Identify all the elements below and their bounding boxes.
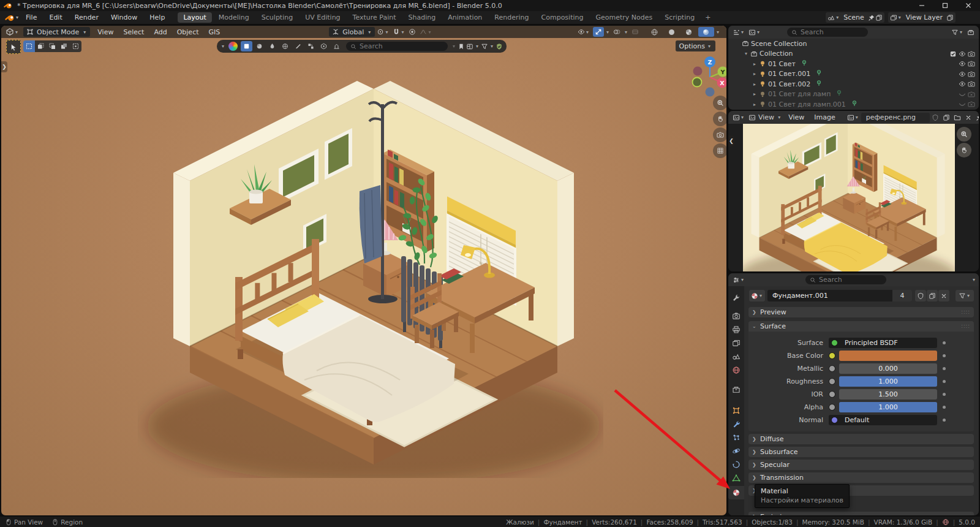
image-browse-button[interactable]: ▾ bbox=[845, 113, 861, 123]
properties-tab-particles[interactable] bbox=[728, 431, 744, 444]
keyframe-dot[interactable] bbox=[943, 367, 946, 370]
pan-hand-button[interactable] bbox=[713, 112, 726, 126]
pivot-dropdown[interactable]: ▾ bbox=[375, 27, 391, 37]
properties-tab-material[interactable] bbox=[728, 486, 744, 499]
select-intersect-button[interactable] bbox=[70, 40, 81, 52]
image-menu-view[interactable]: View bbox=[783, 113, 809, 121]
camera-icon[interactable] bbox=[968, 80, 975, 88]
eye-icon[interactable] bbox=[959, 50, 966, 58]
options-button[interactable]: Options ▾ bbox=[676, 40, 715, 51]
surface-panel-header[interactable]: ⌄Surface:::: bbox=[748, 321, 974, 332]
minimize-button[interactable] bbox=[910, 0, 933, 11]
material-fake-user-button[interactable] bbox=[915, 290, 926, 301]
keyframe-dot[interactable] bbox=[943, 406, 946, 409]
toolbar-expand-arrow[interactable]: ❯ bbox=[1, 61, 7, 72]
viewport-menu-select[interactable]: Select bbox=[118, 28, 149, 36]
chevron-right-icon[interactable]: ▸ bbox=[750, 82, 759, 87]
material-new-button[interactable] bbox=[927, 290, 938, 301]
outliner-row[interactable]: ▾Collection bbox=[728, 49, 979, 59]
blenderkit-category-scenes[interactable] bbox=[266, 41, 278, 51]
image-open-button[interactable] bbox=[952, 113, 963, 123]
ior-slider[interactable]: 1.500 bbox=[839, 389, 937, 400]
properties-tab-physics[interactable] bbox=[728, 444, 744, 458]
blenderkit-collapse-chevron[interactable]: ▾ bbox=[221, 44, 225, 49]
preview-panel-header[interactable]: ❯Preview:::: bbox=[748, 307, 974, 317]
viewport-menu-view[interactable]: View bbox=[92, 28, 118, 36]
select-extend-button[interactable] bbox=[35, 40, 47, 52]
verified-icon[interactable] bbox=[496, 43, 503, 50]
properties-tab-collection[interactable] bbox=[728, 383, 744, 396]
scene-selector[interactable]: ▾ Scene bbox=[826, 12, 884, 23]
outliner-row[interactable]: Scene Collection bbox=[728, 39, 979, 49]
filter-icon[interactable] bbox=[481, 43, 488, 50]
keyframe-dot[interactable] bbox=[943, 354, 946, 357]
keyframe-dot[interactable] bbox=[943, 419, 946, 422]
material-users-count[interactable]: 4 bbox=[892, 290, 912, 301]
shading-material-preview-button[interactable] bbox=[681, 27, 697, 37]
properties-tab-scene[interactable] bbox=[728, 350, 744, 363]
menu-window[interactable]: Window bbox=[105, 13, 143, 21]
camera-off-icon[interactable] bbox=[968, 100, 975, 108]
properties-editor[interactable]: ▾ Search ▾ ▾ Фундамент.001 4 ▾ ❯Preview:… bbox=[728, 273, 979, 515]
viewport-menu-object[interactable]: Object bbox=[172, 28, 204, 36]
keyframe-dot[interactable] bbox=[943, 341, 946, 344]
snap-toggle[interactable]: ▾ bbox=[391, 27, 407, 37]
image-name-field[interactable]: референс.png bbox=[861, 113, 930, 123]
asset-layout-icon[interactable] bbox=[466, 43, 473, 50]
properties-tab-modifiers[interactable] bbox=[728, 417, 744, 431]
properties-tab-constraints[interactable] bbox=[728, 458, 744, 471]
transmission-panel-header[interactable]: ❯Transmission bbox=[748, 472, 974, 483]
workspace-tab-animation[interactable]: Animation bbox=[442, 12, 488, 23]
outliner-row[interactable]: ▸01 Свет для ламп.001 bbox=[728, 99, 979, 110]
material-specials-button[interactable]: ▾ bbox=[956, 290, 974, 301]
image-menu-image[interactable]: Image bbox=[809, 113, 840, 121]
properties-tab-object[interactable] bbox=[728, 404, 744, 417]
subsurface-panel-header[interactable]: ❯Subsurface bbox=[748, 447, 974, 457]
shading-rendered-button[interactable] bbox=[698, 27, 714, 37]
camera-icon[interactable] bbox=[968, 70, 975, 78]
chevron-down-icon[interactable]: ▾ bbox=[742, 51, 750, 56]
image-sidebar-arrow[interactable]: ❮ bbox=[728, 135, 734, 146]
properties-search-input[interactable]: Search bbox=[805, 275, 886, 284]
image-unlink-button[interactable] bbox=[963, 113, 974, 123]
viewport-menu-add[interactable]: Add bbox=[149, 28, 172, 36]
image-new-button[interactable] bbox=[941, 113, 952, 123]
material-name-field[interactable]: Фундамент.001 bbox=[767, 290, 892, 301]
shading-wireframe-button[interactable] bbox=[647, 27, 663, 37]
blender-menu-icon[interactable] bbox=[5, 13, 15, 23]
chevron-right-icon[interactable]: ▸ bbox=[750, 71, 759, 77]
menu-file[interactable]: File bbox=[20, 13, 43, 21]
outliner-row[interactable]: ▸01 Свет.001 bbox=[728, 69, 979, 80]
outliner-search-input[interactable]: Search bbox=[787, 28, 868, 37]
bookmark-icon[interactable] bbox=[458, 43, 465, 50]
outliner-display-mode[interactable]: ▾ bbox=[731, 28, 747, 37]
properties-tab-view-layer[interactable] bbox=[728, 336, 744, 350]
camera-off-icon[interactable] bbox=[968, 91, 975, 98]
mode-dropdown[interactable]: Object Mode ▾ bbox=[23, 27, 90, 37]
image-pan-button[interactable] bbox=[957, 143, 971, 157]
material-unlink-button[interactable] bbox=[938, 290, 949, 301]
falloff-dropdown[interactable]: ▾ bbox=[418, 27, 434, 37]
pin-icon[interactable] bbox=[868, 14, 875, 21]
camera-view-button[interactable] bbox=[713, 127, 726, 142]
properties-options-chevron[interactable]: ▾ bbox=[971, 277, 976, 282]
outliner-row[interactable]: ▸01 Свет bbox=[728, 59, 979, 69]
navigation-gizmo[interactable]: Z Y X bbox=[688, 55, 726, 99]
menu-edit[interactable]: Edit bbox=[43, 13, 68, 21]
blenderkit-category-nodegroups[interactable] bbox=[305, 41, 317, 51]
checkbox-icon[interactable] bbox=[949, 50, 957, 58]
workspace-tab-modeling[interactable]: Modeling bbox=[213, 12, 255, 23]
select-subtract-button[interactable] bbox=[47, 40, 58, 52]
view-layer-selector[interactable]: ▾ View Layer bbox=[888, 12, 956, 23]
blenderkit-category-addons[interactable] bbox=[318, 41, 330, 51]
workspace-tab-layout[interactable]: Layout bbox=[178, 12, 211, 23]
visibility-dropdown[interactable]: ▾ bbox=[576, 27, 592, 37]
camera-icon[interactable] bbox=[968, 60, 975, 67]
ortho-grid-button[interactable] bbox=[713, 143, 726, 158]
metallic-slider[interactable]: 0.000 bbox=[839, 363, 937, 374]
blenderkit-search-input[interactable]: Search bbox=[346, 42, 448, 51]
camera-icon[interactable] bbox=[968, 50, 975, 58]
keyframe-dot[interactable] bbox=[943, 380, 946, 383]
roughness-slider[interactable]: 1.000 bbox=[839, 376, 937, 387]
xray-toggle[interactable] bbox=[630, 27, 641, 37]
